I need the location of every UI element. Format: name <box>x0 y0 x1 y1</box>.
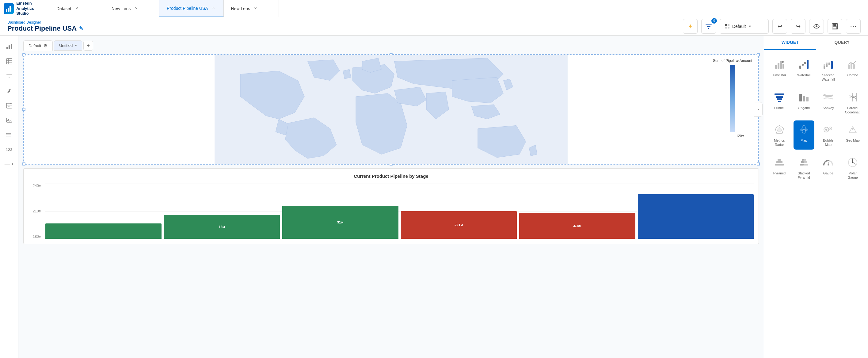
panel-tab-query[interactable]: QUERY <box>816 35 868 50</box>
chart-option-combo[interactable]: Combo <box>842 55 863 84</box>
svg-rect-6 <box>725 27 727 29</box>
svg-rect-52 <box>775 93 784 95</box>
funnel-label: Funnel <box>774 106 785 110</box>
chart-option-geo-map[interactable]: Geo Map <box>842 120 863 150</box>
chart-option-map[interactable]: Map <box>794 120 814 150</box>
tab-new-lens-1[interactable]: New Lens ✕ <box>104 0 159 17</box>
bubble-map-icon <box>822 123 835 137</box>
origami-icon <box>797 90 811 104</box>
panel-tabs: WIDGET QUERY <box>764 35 868 50</box>
parallel-coordinate-icon <box>846 90 860 104</box>
svg-rect-55 <box>778 101 781 102</box>
svg-text:12: 12 <box>8 106 10 108</box>
bar-group-2: 16м <box>164 215 280 239</box>
canvas-tab-default[interactable]: Default ⚙ <box>23 40 53 51</box>
tab-dataset-close[interactable]: ✕ <box>74 6 79 11</box>
add-canvas-tab-button[interactable]: + <box>83 41 93 51</box>
svg-rect-57 <box>803 96 805 101</box>
chart-option-waterfall[interactable]: Waterfall <box>794 55 814 84</box>
sidebar-icon-list[interactable] <box>3 129 15 141</box>
map-legend: Sum of Pipeline Amount -8.1м 120м <box>713 59 752 132</box>
preview-button[interactable] <box>809 19 824 34</box>
tab-dataset[interactable]: Dataset ✕ <box>49 0 104 17</box>
sidebar-icon-dash[interactable]: — • <box>3 158 15 171</box>
tab-product-pipeline-close[interactable]: ✕ <box>211 6 216 11</box>
map-label: Map <box>801 138 807 143</box>
bar-group-3: 31м <box>282 206 398 239</box>
sidebar-icon-tables[interactable] <box>3 55 15 67</box>
tab-product-pipeline[interactable]: Product Pipeline USA ✕ <box>159 0 224 17</box>
chart-type-grid: Time Bar Waterfall <box>769 55 863 182</box>
sidebar-icon-charts[interactable] <box>3 40 15 53</box>
y-axis-labels: 240м 210м 180м <box>29 184 44 239</box>
svg-point-31 <box>6 135 7 135</box>
svg-rect-44 <box>824 64 825 66</box>
header-toolbar: ✦ 0 Default ▼ ↩ ↪ <box>683 19 861 34</box>
world-map-svg <box>24 55 758 164</box>
sidebar-icon-calendar[interactable]: 12 <box>3 99 15 112</box>
stacked-pyramid-label: Stacked Pyramid <box>796 171 812 180</box>
sidebar-icon-link[interactable] <box>3 85 15 97</box>
time-bar-label: Time Bar <box>773 73 786 77</box>
chart-option-funnel[interactable]: Funnel <box>769 88 790 117</box>
svg-rect-37 <box>782 64 784 69</box>
more-options-button[interactable]: ⋯ <box>846 19 861 34</box>
chart-title: Current Product Pipeline by Stage <box>29 174 754 179</box>
sidebar-icon-image[interactable] <box>3 114 15 126</box>
save-button[interactable] <box>828 19 842 34</box>
sidebar-icon-filter[interactable] <box>3 70 15 82</box>
canvas-tab-untitled[interactable]: Untitled ▾ <box>54 40 82 51</box>
chart-option-stacked-waterfall[interactable]: Stacked Waterfall <box>818 55 839 84</box>
chart-option-sankey[interactable]: Sankey <box>818 88 839 117</box>
svg-rect-13 <box>6 47 8 49</box>
canvas-tab-dropdown-icon[interactable]: ▾ <box>75 43 77 48</box>
chart-option-parallel-coordinate[interactable]: Parallel Coordinat. <box>842 88 863 117</box>
chart-option-metrics-radar[interactable]: Metrics Radar <box>769 120 790 150</box>
canvas-tabs: Default ⚙ Untitled ▾ + <box>23 40 759 51</box>
svg-rect-0 <box>6 9 7 12</box>
legend-title: Sum of Pipeline Amount <box>713 59 752 63</box>
sankey-label: Sankey <box>823 106 834 110</box>
tab-new-lens-2[interactable]: New Lens ✕ <box>224 0 279 17</box>
redo-button[interactable]: ↪ <box>791 19 805 34</box>
svg-rect-79 <box>800 164 804 166</box>
panel-tab-widget[interactable]: WIDGET <box>764 35 816 50</box>
chart-option-gauge[interactable]: Gauge <box>818 153 839 182</box>
chart-option-origami[interactable]: Origami <box>794 88 814 117</box>
map-widget-container: Sum of Pipeline Amount -8.1м 120м › <box>23 54 759 165</box>
sidebar-icon-number[interactable]: 123 <box>3 144 15 156</box>
collapse-panel-button[interactable]: › <box>754 102 763 117</box>
chart-option-pyramid[interactable]: Pyramid <box>769 153 790 182</box>
default-dropdown[interactable]: Default ▼ <box>720 19 769 34</box>
dropdown-chevron-icon: ▼ <box>748 25 751 28</box>
svg-rect-72 <box>778 159 781 160</box>
edit-title-icon[interactable]: ✎ <box>79 25 83 31</box>
svg-rect-14 <box>8 46 10 49</box>
svg-rect-75 <box>802 159 804 160</box>
svg-point-30 <box>6 133 7 134</box>
bar-group-1 <box>45 223 161 239</box>
chart-option-polar-gauge[interactable]: # Polar Gauge <box>842 153 863 182</box>
panel-content: Time Bar Waterfall <box>764 50 868 358</box>
pyramid-icon <box>773 156 786 169</box>
svg-rect-53 <box>776 96 783 98</box>
bar-3: 31м <box>282 206 398 239</box>
legend-min: 120м <box>736 134 744 138</box>
tab-new-lens-1-close[interactable]: ✕ <box>134 6 138 11</box>
svg-marker-63 <box>777 127 782 132</box>
undo-button[interactable]: ↩ <box>772 19 787 34</box>
sparkle-button[interactable]: ✦ <box>683 19 698 34</box>
stacked-waterfall-icon <box>822 58 835 71</box>
canvas-tab-gear-icon[interactable]: ⚙ <box>43 43 48 48</box>
bubble-map-label: Bubble Map <box>820 138 836 147</box>
chart-option-stacked-pyramid[interactable]: Stacked Pyramid <box>794 153 814 182</box>
svg-rect-43 <box>824 66 825 69</box>
chart-option-time-bar[interactable]: Time Bar <box>769 55 790 84</box>
filter-button[interactable]: 0 <box>701 19 716 34</box>
chart-option-bubble-map[interactable]: Bubble Map <box>818 120 839 150</box>
svg-point-71 <box>852 128 854 130</box>
tab-new-lens-2-close[interactable]: ✕ <box>253 6 258 11</box>
svg-rect-5 <box>727 24 730 26</box>
svg-rect-47 <box>829 62 830 65</box>
gridline-bottom <box>45 239 754 239</box>
